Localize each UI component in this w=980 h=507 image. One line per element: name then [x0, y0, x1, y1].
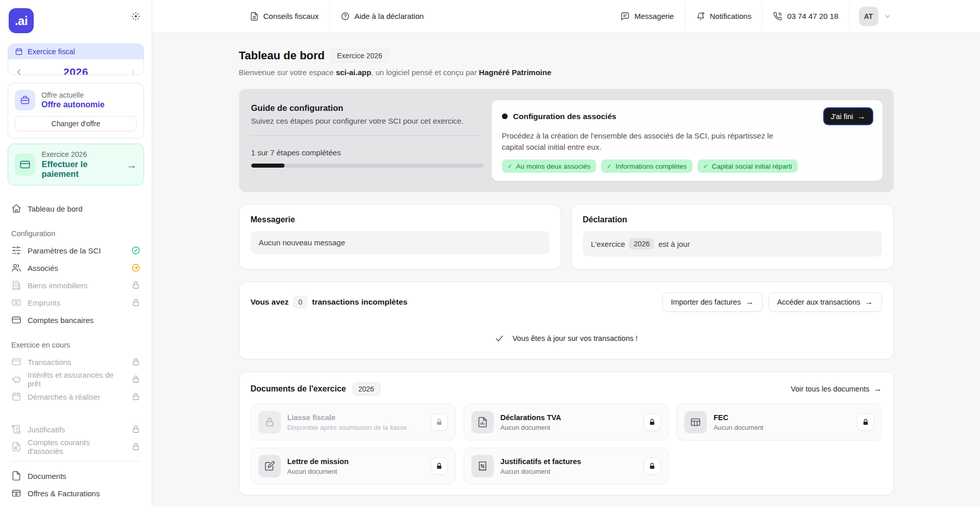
- done-button[interactable]: J'ai fini →: [824, 108, 872, 124]
- sidebar-item-comptes-courants[interactable]: Comptes courants d'associés: [8, 438, 144, 455]
- chevron-down-icon: [883, 12, 892, 20]
- document-tile-liasse-fiscale[interactable]: Liasse fiscale Disponible après soumissi…: [251, 404, 456, 441]
- welcome-text: Bienvenue sur votre espace sci-ai.app, u…: [239, 68, 894, 77]
- documents-title: Documents de l'exercice: [251, 384, 346, 394]
- arrow-right-icon: →: [126, 159, 137, 170]
- theme-toggle-button[interactable]: [129, 9, 143, 25]
- sidebar-item-documents[interactable]: Documents: [8, 467, 144, 485]
- sidebar: .ai Exercice fiscal 2026: [0, 0, 152, 507]
- section-label-configuration: Configuration: [8, 229, 144, 238]
- arrow-right-icon: →: [874, 385, 882, 393]
- messaging-title: Messagerie: [251, 215, 550, 224]
- current-step-card: Configuration des associés J'ai fini → P…: [492, 100, 882, 181]
- credit-card-icon-tile: [15, 153, 35, 176]
- locked-button[interactable]: [431, 457, 448, 475]
- phone-button[interactable]: 03 74 47 20 18: [762, 0, 849, 32]
- lock-filled-icon: [435, 462, 443, 470]
- document-tile-lettre-mission[interactable]: Lettre de mission Aucun document: [251, 448, 456, 485]
- account-menu[interactable]: AT: [850, 0, 894, 32]
- sidebar-item-label: Paramètres de la SCI: [28, 246, 101, 255]
- scroll-icon: [11, 424, 21, 434]
- credit-card-icon: [11, 357, 21, 367]
- calendar-icon: [15, 48, 23, 56]
- next-year-button[interactable]: [127, 66, 138, 75]
- wallet-card-icon: [11, 488, 21, 498]
- users-icon: [11, 263, 21, 273]
- goto-transactions-button[interactable]: Accéder aux transactions →: [769, 292, 882, 312]
- avatar: AT: [859, 7, 878, 26]
- lock-icon: [131, 298, 140, 307]
- lock-icon: [131, 442, 140, 451]
- sidebar-item-associes[interactable]: Associés: [8, 259, 144, 276]
- calendar-icon: [11, 391, 21, 402]
- payment-card[interactable]: Exercice 2026 Effectuer le paiement →: [8, 144, 144, 186]
- see-all-documents-link[interactable]: Voir tous les documents →: [791, 385, 882, 393]
- briefcase-icon-tile: [15, 90, 35, 110]
- change-offer-button[interactable]: Changer d'offre: [15, 116, 137, 131]
- aide-declaration-button[interactable]: Aide à la déclaration: [330, 0, 435, 32]
- declaration-status: L'exercice 2026 est à jour: [583, 231, 882, 257]
- up-to-date-message: Vous êtes à jour sur vos transactions !: [251, 333, 882, 343]
- sidebar-item-transactions[interactable]: Transactions: [8, 353, 144, 371]
- document-tile-justificatifs-factures[interactable]: Justificatifs et factures Aucun document: [464, 448, 668, 485]
- guide-subtitle: Suivez ces étapes pour configurer votre …: [251, 117, 484, 125]
- offer-caption: Offre actuelle: [41, 91, 105, 99]
- current-offer-card: Offre actuelle Offre autonomie Changer d…: [8, 83, 144, 139]
- receipt-percent-icon: [477, 460, 488, 472]
- sidebar-item-label: Intérêts et assurances de prêt: [28, 371, 125, 388]
- previous-year-button[interactable]: [13, 66, 25, 75]
- lock-icon: [131, 357, 140, 366]
- arrow-right-icon: →: [857, 112, 866, 121]
- chat-bubble-icon: [620, 12, 630, 21]
- top-header: Conseils fiscaux Aide à la déclaration M…: [152, 0, 980, 33]
- document-tile-fec[interactable]: FEC Aucun document: [677, 404, 881, 441]
- document-tile-declarations-tva[interactable]: Déclarations TVA Aucun document: [464, 404, 668, 441]
- messagerie-button[interactable]: Messagerie: [610, 0, 685, 32]
- phone-number: 03 74 47 20 18: [787, 12, 838, 20]
- sidebar-item-parametres-sci[interactable]: Paramètres de la SCI: [8, 242, 144, 259]
- guide-divider: [251, 135, 484, 136]
- sidebar-item-label: Démarches à réaliser: [28, 393, 101, 401]
- credit-card-icon: [11, 315, 21, 325]
- sidebar-item-label: Offres & Facturations: [28, 489, 100, 498]
- lock-icon: [131, 375, 140, 384]
- nav-spacer: [8, 405, 144, 421]
- sidebar-divider: [11, 461, 141, 462]
- current-year: 2026: [63, 66, 88, 75]
- declaration-card: Déclaration L'exercice 2026 est à jour: [571, 204, 894, 269]
- locked-button[interactable]: [643, 413, 661, 431]
- sidebar-item-demarches[interactable]: Démarches à réaliser: [8, 388, 144, 405]
- check-icon: ✓: [703, 163, 708, 170]
- file-icon: [11, 471, 21, 481]
- sun-icon: [131, 11, 141, 21]
- sidebar-item-label: Comptes bancaires: [28, 316, 93, 325]
- sidebar-item-label: Emprunts: [28, 298, 60, 307]
- lock-icon: [131, 425, 140, 434]
- banknote-icon: [11, 297, 21, 308]
- sidebar-item-offres-facturations[interactable]: Offres & Facturations: [8, 485, 144, 502]
- chevron-left-icon: [14, 67, 23, 75]
- sidebar-item-dashboard[interactable]: Tableau de bord: [8, 200, 144, 217]
- sidebar-item-justificatifs[interactable]: Justificatifs: [8, 421, 144, 438]
- sidebar-item-label: Transactions: [28, 358, 71, 366]
- import-invoices-button[interactable]: Importer des factures →: [662, 292, 762, 312]
- messaging-card: Messagerie Aucun nouveau message: [239, 204, 562, 269]
- check-pill: ✓Capital social initial réparti: [698, 159, 798, 173]
- main-column: Conseils fiscaux Aide à la déclaration M…: [152, 0, 980, 507]
- locked-button[interactable]: [643, 457, 661, 475]
- check-icon: [494, 333, 505, 343]
- lock-icon: [131, 392, 140, 401]
- conseils-fiscaux-button[interactable]: Conseils fiscaux: [239, 0, 329, 32]
- sidebar-item-comptes-bancaires[interactable]: Comptes bancaires: [8, 311, 144, 329]
- sidebar-item-emprunts[interactable]: Emprunts: [8, 294, 144, 311]
- sidebar-item-interets-assurances[interactable]: Intérêts et assurances de prêt: [8, 371, 144, 388]
- locked-button[interactable]: [431, 413, 448, 431]
- messaging-empty-state: Aucun nouveau message: [251, 231, 550, 254]
- fiscal-year-widget: Exercice fiscal 2026: [8, 43, 144, 75]
- credit-card-icon: [19, 159, 31, 170]
- sidebar-item-biens-immobiliers[interactable]: Biens immobiliers: [8, 276, 144, 294]
- sidebar-item-label: Tableau de bord: [28, 204, 83, 213]
- locked-button[interactable]: [857, 413, 874, 431]
- notifications-button[interactable]: Notifications: [685, 0, 762, 32]
- lock-icon: [264, 417, 275, 428]
